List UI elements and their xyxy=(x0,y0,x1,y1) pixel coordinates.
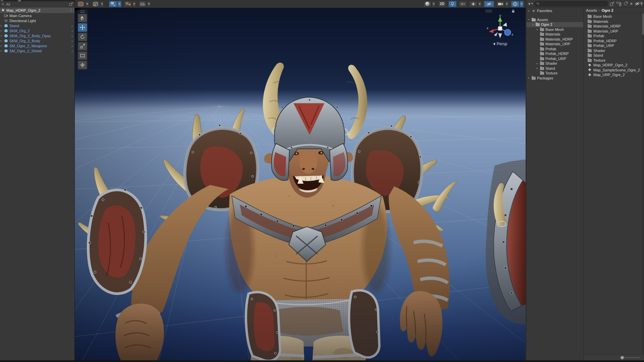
file-item-map-urp-ogre-2[interactable]: ❖Map_URP_Ogre_2 xyxy=(588,72,644,77)
overlay-drag-handle[interactable] xyxy=(485,10,492,12)
search-by-type-icon[interactable] xyxy=(616,1,622,6)
file-item-prefab-urp[interactable]: Prefab_URP xyxy=(588,43,644,48)
camera-dropdown-icon[interactable]: ▾ xyxy=(505,1,509,7)
tree-item-prefab-urp[interactable]: Prefab_URP xyxy=(526,56,583,61)
scene-viewport[interactable]: y x z Persp xyxy=(75,8,526,362)
hierarchy-item-skm-org-2-body[interactable]: ▸ SKM_Org_2_Body › xyxy=(0,38,74,43)
projection-label[interactable]: Persp xyxy=(483,42,518,46)
tree-item-favorites[interactable]: ▸ ★ Favorites xyxy=(526,8,583,13)
tree-item-materials-urp[interactable]: Materials_URP xyxy=(526,42,583,47)
tree-item-prefab-hdrp[interactable]: Prefab_HDRP xyxy=(526,51,583,56)
tree-item-assets[interactable]: ▾ Assets xyxy=(526,17,583,22)
scene-effects-button[interactable] xyxy=(469,1,477,7)
rect-tool[interactable] xyxy=(78,51,87,60)
scrollbar[interactable] xyxy=(642,13,644,354)
shading-dropdown-icon[interactable]: ▾ xyxy=(432,1,436,7)
tool-handle-orientation-button[interactable] xyxy=(92,1,100,7)
file-item-materials-urp[interactable]: Materials_URP xyxy=(588,29,644,34)
file-item-materials-hdrp[interactable]: Materials_HDRP xyxy=(588,24,644,29)
grid-snapping-dropdown-icon[interactable]: ▾ xyxy=(132,1,136,7)
tool-handle-pivot-button[interactable] xyxy=(77,1,85,7)
overlay-drag-handle[interactable] xyxy=(80,11,85,13)
hierarchy-item-stand[interactable]: ▸ Stand › xyxy=(0,23,74,28)
expand-arrow-icon[interactable]: ▸ xyxy=(0,49,3,52)
shading-mode-button[interactable] xyxy=(423,1,431,7)
gizmos-toggle-button[interactable] xyxy=(511,1,519,7)
file-item-prefab-hdrp[interactable]: Prefab_HDRP xyxy=(588,39,644,44)
hierarchy-item-directional-light[interactable]: Directional Light xyxy=(0,18,74,23)
file-item-base-mesh[interactable]: Base Mesh xyxy=(588,14,644,19)
hierarchy-scene-row[interactable]: ❖ Map_HDRP_Ogre_2 ⋮ xyxy=(0,7,74,13)
project-search-field[interactable] xyxy=(534,1,608,6)
tree-item-packages[interactable]: ▸ Packages xyxy=(526,76,583,81)
scale-tool[interactable] xyxy=(78,42,87,51)
tree-item-prefab[interactable]: Prefab xyxy=(526,47,583,52)
icon-size-slider[interactable] xyxy=(621,357,640,358)
grid-snapping-button[interactable] xyxy=(124,1,132,7)
open-prefab-icon[interactable]: › xyxy=(71,39,74,43)
scene-lighting-button[interactable] xyxy=(448,1,457,7)
scene-orientation-gizmo[interactable]: y x z xyxy=(486,13,514,42)
open-prefab-icon[interactable]: › xyxy=(71,49,74,53)
kebab-menu-icon[interactable]: ⋮ xyxy=(69,8,74,12)
maximize-icon[interactable] xyxy=(69,2,73,7)
expand-arrow-icon[interactable]: ▸ xyxy=(0,34,3,37)
expand-arrow-icon[interactable]: ▸ xyxy=(528,76,530,79)
tree-item-ogre-2[interactable]: ▾ Ogre 2 xyxy=(526,22,583,27)
breadcrumb-root[interactable]: Assets xyxy=(586,8,597,12)
file-item-map-hdrp-ogre-2[interactable]: ❖Map_HDRP_Ogre_2 xyxy=(588,63,644,68)
tree-item-materials[interactable]: Materials xyxy=(526,32,583,37)
hidden-packages-toggle[interactable]: 9 xyxy=(635,2,642,6)
file-item-map-samplescene-ogre-2[interactable]: ❖Map_SampleScene_Ogre_2 xyxy=(588,68,644,73)
scene-visibility-button[interactable] xyxy=(484,1,494,7)
add-asset-button[interactable]: + ▾ xyxy=(528,1,533,6)
rotate-tool[interactable] xyxy=(78,33,87,41)
orientation-dropdown-icon[interactable]: ▾ xyxy=(100,1,104,7)
hierarchy-item-main-camera[interactable]: Main Camera xyxy=(0,13,74,18)
lock-icon[interactable] xyxy=(512,9,515,13)
tree-item-stand[interactable]: ▸ Stand xyxy=(526,66,583,71)
tree-item-materials-hdrp[interactable]: Materials_HDRP xyxy=(526,37,583,42)
expand-arrow-icon[interactable]: ▸ xyxy=(0,24,3,27)
favorites-star-icon[interactable]: ★ xyxy=(630,1,633,6)
hierarchy-item-skm-org-2-body-opac[interactable]: ▸ SKM_Org_2_Body_Opac › xyxy=(0,33,74,38)
open-prefab-icon[interactable]: › xyxy=(71,29,74,33)
grid-dropdown-icon[interactable]: ▾ xyxy=(117,1,121,7)
effects-dropdown-icon[interactable]: ▾ xyxy=(478,1,482,7)
search-by-label-icon[interactable] xyxy=(623,1,628,6)
file-item-shader[interactable]: Shader xyxy=(588,48,644,53)
hand-tool[interactable] xyxy=(78,14,87,22)
open-prefab-icon[interactable]: › xyxy=(71,44,74,48)
tree-item-base-mesh[interactable]: ▸ Base Mesh xyxy=(526,27,583,32)
collapse-arrow-icon[interactable]: ▾ xyxy=(528,18,530,21)
scene-audio-button[interactable] xyxy=(459,1,467,7)
slider-knob[interactable] xyxy=(621,356,624,359)
move-tool[interactable] xyxy=(78,23,87,32)
toggle-2d-button[interactable]: 2D xyxy=(438,1,446,7)
expand-arrow-icon[interactable]: ▸ xyxy=(0,44,3,47)
hierarchy-item-sm-ogre-2-shield[interactable]: ▸ SM_Ogre_2_Shield › xyxy=(0,48,74,53)
file-item-texture[interactable]: Texture xyxy=(588,58,644,63)
project-search-input[interactable] xyxy=(541,1,606,6)
expand-arrow-icon[interactable]: ▸ xyxy=(528,9,530,12)
open-new-window-icon[interactable] xyxy=(610,1,614,6)
expand-arrow-icon[interactable]: ▸ xyxy=(0,29,3,32)
file-item-materials[interactable]: Materials xyxy=(588,19,644,24)
grid-visibility-button[interactable] xyxy=(109,1,117,7)
hierarchy-item-skm-org-2[interactable]: ▸ SKM_Org_2 › xyxy=(0,28,74,33)
camera-view-button[interactable] xyxy=(496,1,504,7)
expand-arrow-icon[interactable]: ▸ xyxy=(536,62,539,65)
pivot-dropdown-icon[interactable]: ▾ xyxy=(85,1,89,7)
increment-snap-dropdown-icon[interactable]: ▾ xyxy=(147,1,151,7)
scrollbar-thumb[interactable] xyxy=(642,13,644,35)
hierarchy-search-field[interactable]: All xyxy=(0,1,74,7)
collapse-arrow-icon[interactable]: ▾ xyxy=(532,23,534,26)
tree-item-texture[interactable]: Texture xyxy=(526,71,583,76)
expand-arrow-icon[interactable]: ▸ xyxy=(536,28,539,31)
expand-arrow-icon[interactable]: ▸ xyxy=(0,39,3,42)
increment-snap-button[interactable] xyxy=(139,1,147,7)
gizmos-dropdown-icon[interactable]: ▾ xyxy=(520,1,524,7)
expand-arrow-icon[interactable]: ▸ xyxy=(536,67,539,70)
tree-item-shader[interactable]: ▸ Shader xyxy=(526,61,583,66)
transform-tool[interactable] xyxy=(78,61,87,69)
